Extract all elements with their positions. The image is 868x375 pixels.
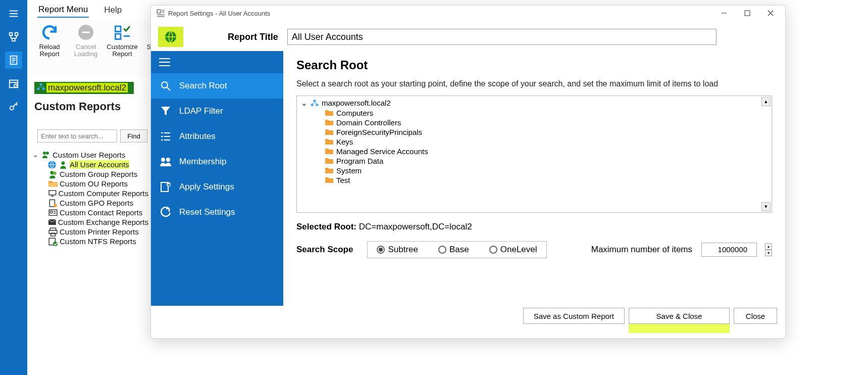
root-tree-item[interactable]: Computers bbox=[298, 108, 771, 118]
svg-point-38 bbox=[50, 171, 54, 174]
radio-label: Subtree bbox=[388, 245, 418, 255]
sidebar-item-attributes[interactable]: Attributes bbox=[151, 124, 283, 149]
globe-badge bbox=[158, 27, 183, 47]
key-nav-icon[interactable] bbox=[5, 98, 22, 115]
folder-icon bbox=[325, 128, 333, 135]
mail-icon bbox=[48, 218, 56, 226]
report-title-row: Report Title bbox=[151, 21, 785, 51]
save-as-custom-button[interactable]: Save as Custom Report bbox=[523, 308, 625, 324]
close-window-button[interactable] bbox=[759, 6, 782, 20]
tree-parent-row[interactable]: ⌄ Custom User Reports bbox=[32, 150, 148, 160]
custom-reports-heading: Custom Reports bbox=[34, 100, 121, 113]
globe-icon bbox=[164, 30, 177, 43]
reload-report-button[interactable]: Reload Report bbox=[32, 23, 67, 58]
scope-option-onelevel[interactable]: OneLevel bbox=[489, 245, 537, 255]
svg-point-39 bbox=[53, 171, 57, 175]
svg-point-77 bbox=[166, 158, 170, 162]
sidebar-item-apply-settings[interactable]: Apply Settings bbox=[151, 174, 283, 200]
svg-rect-24 bbox=[116, 26, 121, 32]
spin-up-button[interactable]: ▴ bbox=[765, 243, 772, 250]
sidebar-item-ldap-filter[interactable]: LDAP Filter bbox=[151, 99, 283, 124]
svg-line-69 bbox=[167, 87, 170, 90]
report-settings-dialog: Report Settings - All User Accounts Repo… bbox=[150, 5, 786, 339]
maximize-button[interactable] bbox=[736, 6, 759, 20]
attributes-icon bbox=[159, 131, 172, 142]
gpo-icon bbox=[48, 199, 58, 207]
scroll-down-button[interactable]: ▾ bbox=[761, 202, 771, 211]
menu-report[interactable]: Report Menu bbox=[37, 3, 89, 18]
search-row: Find bbox=[37, 129, 147, 143]
tree-item-label: Custom Contact Reports bbox=[60, 208, 142, 217]
scope-option-base[interactable]: Base bbox=[438, 245, 469, 255]
group-icon bbox=[48, 170, 58, 178]
folder-open-icon bbox=[48, 180, 58, 188]
root-tree-item[interactable]: Managed Service Accounts bbox=[298, 147, 771, 156]
spin-down-button[interactable]: ▾ bbox=[765, 250, 772, 256]
tree-item-label: Custom Printer Reports bbox=[60, 227, 139, 236]
radio-icon bbox=[377, 246, 385, 254]
report-title-label: Report Title bbox=[228, 32, 278, 42]
scroll-up-button[interactable]: ▴ bbox=[761, 97, 771, 106]
root-item-label: Managed Service Accounts bbox=[336, 147, 428, 156]
root-tree-item[interactable]: Keys bbox=[298, 137, 771, 147]
menu-help[interactable]: Help bbox=[103, 3, 123, 17]
svg-point-46 bbox=[50, 211, 53, 213]
svg-rect-82 bbox=[316, 104, 318, 106]
section-heading: Search Root bbox=[296, 58, 772, 72]
root-tree-item[interactable]: Test bbox=[298, 175, 771, 185]
customize-icon bbox=[113, 23, 131, 41]
root-item-label: Test bbox=[336, 176, 350, 184]
minimize-button[interactable] bbox=[712, 6, 736, 20]
svg-rect-3 bbox=[10, 33, 13, 36]
tree-item[interactable]: Custom GPO Reports bbox=[32, 198, 148, 208]
tree-item-label: Custom Exchange Reports bbox=[58, 218, 148, 226]
root-tree-root[interactable]: ⌄ maxpowersoft.local2 bbox=[298, 98, 771, 108]
find-button[interactable]: Find bbox=[120, 129, 147, 143]
root-tree-item[interactable]: Program Data bbox=[298, 156, 771, 166]
apply-icon bbox=[159, 181, 172, 193]
root-tree-item[interactable]: Domain Controllers bbox=[298, 118, 771, 127]
tree-item-label: Custom GPO Reports bbox=[60, 199, 133, 207]
scope-option-subtree[interactable]: Subtree bbox=[377, 245, 418, 255]
reset-icon bbox=[159, 207, 172, 218]
svg-rect-4 bbox=[15, 33, 18, 36]
sidebar-burger[interactable] bbox=[151, 51, 283, 73]
hamburger-icon[interactable] bbox=[5, 5, 22, 22]
schedule-nav-icon[interactable] bbox=[5, 75, 22, 92]
search-input[interactable] bbox=[37, 129, 117, 143]
filter-icon bbox=[159, 106, 172, 117]
svg-rect-80 bbox=[314, 100, 316, 102]
settings-icon bbox=[156, 9, 165, 18]
sidebar-label: Apply Settings bbox=[179, 182, 234, 192]
sidebar-item-reset-settings[interactable]: Reset Settings bbox=[151, 200, 283, 225]
svg-point-34 bbox=[43, 152, 46, 155]
sidebar-item-membership[interactable]: Membership bbox=[151, 149, 283, 174]
sidebar-label: Membership bbox=[179, 157, 227, 167]
tree-item[interactable]: Custom OU Reports bbox=[32, 179, 148, 189]
folder-icon bbox=[325, 176, 333, 183]
root-tree-item[interactable]: System bbox=[298, 166, 771, 175]
domain-badge: maxpowersoft.local2 bbox=[34, 82, 134, 94]
svg-line-21 bbox=[16, 104, 18, 106]
root-tree-item[interactable]: ForeignSecurityPrincipals bbox=[298, 127, 771, 137]
sidebar-item-search-root[interactable]: Search Root bbox=[151, 73, 283, 99]
tree-item[interactable]: Custom Exchange Reports bbox=[32, 217, 148, 227]
folder-icon bbox=[325, 138, 333, 145]
customize-report-button[interactable]: Customize Report bbox=[105, 23, 139, 58]
report-title-input[interactable] bbox=[287, 29, 717, 45]
close-button[interactable]: Close bbox=[734, 308, 777, 324]
tree-item[interactable]: Custom Contact Reports bbox=[32, 208, 148, 217]
save-and-close-button[interactable]: Save & Close bbox=[629, 308, 730, 324]
tree-item[interactable]: Custom Printer Reports bbox=[32, 227, 148, 237]
folder-icon bbox=[325, 167, 333, 174]
max-items-input[interactable] bbox=[701, 243, 757, 257]
tree-item[interactable]: Custom NTFS Reports bbox=[32, 237, 148, 246]
tree-selected-row[interactable]: All User Accounts bbox=[32, 160, 148, 169]
cancel-icon bbox=[77, 23, 95, 41]
svg-rect-27 bbox=[39, 83, 42, 85]
tree-item[interactable]: Custom Group Reports bbox=[32, 169, 148, 179]
tree-item[interactable]: Custom Computer Reports bbox=[32, 189, 148, 198]
tree-nav-icon[interactable] bbox=[5, 28, 22, 45]
root-item-label: Computers bbox=[336, 109, 373, 117]
report-nav-icon[interactable] bbox=[5, 52, 22, 69]
